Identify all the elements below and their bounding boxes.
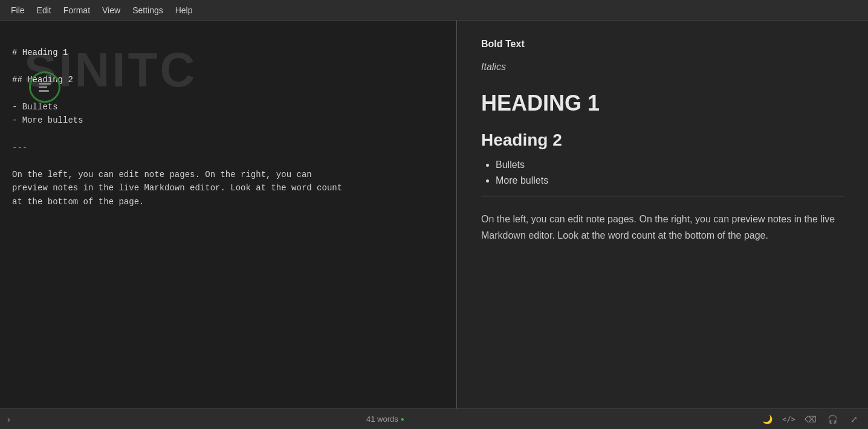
- delete-icon[interactable]: ⌫: [804, 413, 817, 426]
- menu-format[interactable]: Format: [57, 3, 96, 18]
- word-count: 41 words: [366, 414, 398, 424]
- chevron-right-icon[interactable]: ›: [7, 414, 10, 424]
- word-count-dot-icon: ●: [401, 416, 404, 422]
- main-content: # Heading 1 ## Heading 2 - Bullets - Mor…: [0, 21, 868, 408]
- editor-panel[interactable]: # Heading 1 ## Heading 2 - Bullets - Mor…: [0, 21, 457, 408]
- editor-hr: ---: [12, 143, 27, 152]
- expand-icon[interactable]: ⤢: [847, 413, 861, 426]
- preview-bullets: Bullets More bullets: [496, 160, 844, 186]
- preview-bullet-2: More bullets: [496, 175, 844, 186]
- editor-heading2: ## Heading 2: [12, 75, 73, 85]
- preview-h2: Heading 2: [481, 131, 844, 150]
- menu-help[interactable]: Help: [169, 3, 199, 18]
- moon-icon[interactable]: 🌙: [760, 413, 774, 426]
- menu-bar: File Edit Format View Settings Help: [0, 0, 868, 21]
- status-right: 🌙 </> ⌫ 🎧 ⤢: [760, 413, 861, 426]
- editor-bullet1: - Bullets: [12, 102, 58, 112]
- status-bar: › 41 words ● 🌙 </> ⌫ 🎧 ⤢: [0, 408, 868, 429]
- menu-settings[interactable]: Settings: [126, 3, 169, 18]
- editor-bullet2: - More bullets: [12, 115, 83, 125]
- preview-bold: Bold Text: [481, 39, 844, 50]
- preview-paragraph: On the left, you can edit note pages. On…: [481, 211, 844, 244]
- preview-divider: [481, 196, 844, 196]
- code-icon[interactable]: </>: [782, 413, 795, 426]
- preview-bullet-1: Bullets: [496, 160, 844, 170]
- headphones-icon[interactable]: 🎧: [826, 413, 839, 426]
- menu-file[interactable]: File: [5, 3, 31, 18]
- status-center: 41 words ●: [366, 414, 404, 424]
- menu-view[interactable]: View: [96, 3, 126, 18]
- preview-italic: Italics: [481, 62, 844, 73]
- editor-heading1: # Heading 1: [12, 48, 68, 57]
- menu-edit[interactable]: Edit: [31, 3, 57, 18]
- preview-h1: HEADING 1: [481, 91, 844, 116]
- status-left: ›: [7, 414, 10, 424]
- preview-panel: Bold Text Italics HEADING 1 Heading 2 Bu…: [457, 21, 868, 408]
- editor-paragraph: On the left, you can edit note pages. On…: [12, 170, 342, 207]
